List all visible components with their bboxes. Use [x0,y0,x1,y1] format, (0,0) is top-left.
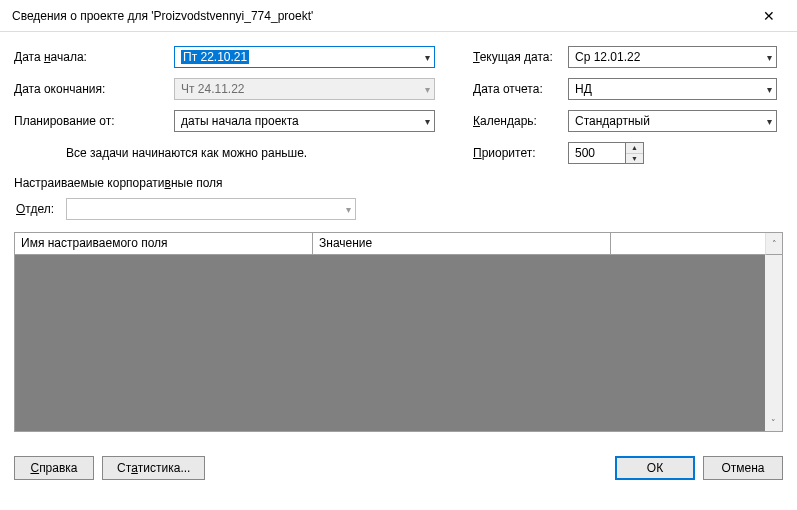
grid-header: Имя настраиваемого поля Значение ˄ [15,233,782,255]
spinner-down[interactable]: ▼ [626,154,643,164]
department-row: Отдел: ▾ [14,198,783,220]
chevron-down-icon: ▾ [346,204,351,215]
chevron-down-icon: ▾ [767,84,772,95]
help-button[interactable]: Справка [14,456,94,480]
button-bar: Справка Статистика... ОК Отмена [0,442,797,494]
grid-col-value[interactable]: Значение [313,233,611,255]
current-date-combo[interactable]: Ср 12.01.22 ▾ [568,46,777,68]
chevron-down-icon: ▾ [767,52,772,63]
grid-scrollbar[interactable]: ˅ [765,255,782,431]
priority-spinner: ▲ ▼ [626,142,644,164]
close-icon: ✕ [763,8,775,24]
calendar-value: Стандартный [575,114,650,128]
ok-button[interactable]: ОК [615,456,695,480]
department-label: Отдел: [16,202,54,216]
schedule-from-combo[interactable]: даты начала проекта ▾ [174,110,435,132]
report-date-value: НД [575,82,592,96]
priority-input[interactable]: 500 [568,142,626,164]
titlebar: Сведения о проекте для 'Proizvodstvennyi… [0,0,797,32]
priority-field: 500 ▲ ▼ [568,142,777,164]
schedule-help-text: Все задачи начинаются как можно раньше. [14,146,435,160]
dialog-title: Сведения о проекте для 'Proizvodstvennyi… [12,9,313,23]
form-grid: Дата начала: Пт 22.10.21 ▾ Текущая дата:… [14,46,783,164]
custom-fields-grid: Имя настраиваемого поля Значение ˄ ˅ [14,232,783,432]
grid-body[interactable]: ˅ [15,255,782,431]
scroll-down-button[interactable]: ˅ [765,414,782,431]
calendar-combo[interactable]: Стандартный ▾ [568,110,777,132]
start-date-value: Пт 22.10.21 [181,50,249,64]
end-date-value: Чт 24.11.22 [181,82,245,96]
custom-fields-section-label: Настраиваемые корпоративные поля [14,176,783,190]
priority-label: Приоритет: [473,146,568,160]
statistics-button[interactable]: Статистика... [102,456,205,480]
grid-col-empty [611,233,765,255]
department-combo[interactable]: ▾ [66,198,356,220]
end-date-label: Дата окончания: [14,82,174,96]
start-date-combo[interactable]: Пт 22.10.21 ▾ [174,46,435,68]
chevron-down-icon: ▾ [767,116,772,127]
dialog-content: Дата начала: Пт 22.10.21 ▾ Текущая дата:… [0,32,797,442]
scroll-up-button[interactable]: ˄ [765,233,782,255]
report-date-combo[interactable]: НД ▾ [568,78,777,100]
priority-value: 500 [575,146,595,160]
cancel-button[interactable]: Отмена [703,456,783,480]
schedule-from-value: даты начала проекта [181,114,299,128]
spinner-up[interactable]: ▲ [626,143,643,154]
grid-col-name[interactable]: Имя настраиваемого поля [15,233,313,255]
schedule-from-label: Планирование от: [14,114,174,128]
report-date-label: Дата отчета: [473,82,568,96]
start-date-label: Дата начала: [14,50,174,64]
chevron-down-icon: ▾ [425,116,430,127]
current-date-label: Текущая дата: [473,50,568,64]
current-date-value: Ср 12.01.22 [575,50,640,64]
chevron-down-icon: ▾ [425,52,430,63]
end-date-combo: Чт 24.11.22 ▾ [174,78,435,100]
calendar-label: Календарь: [473,114,568,128]
chevron-down-icon: ▾ [425,84,430,95]
close-button[interactable]: ✕ [749,2,789,30]
